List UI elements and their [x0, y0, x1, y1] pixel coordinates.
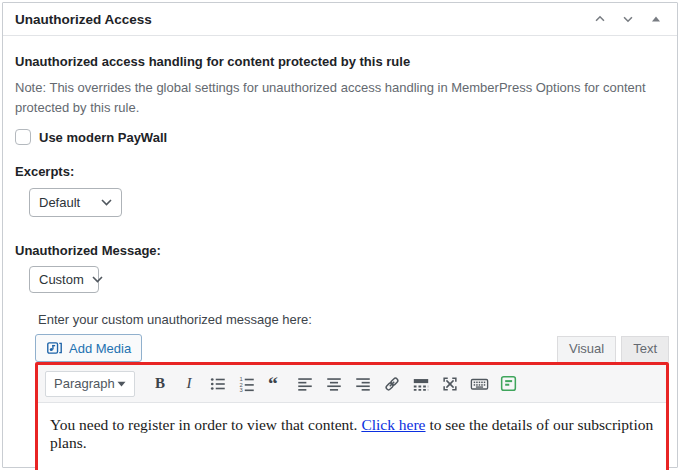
rule-subtitle: Unauthorized access handling for content…	[15, 54, 665, 69]
excerpts-selected-value: Default	[39, 195, 80, 210]
use-modern-paywall-checkbox[interactable]	[15, 129, 31, 145]
move-down-button[interactable]	[619, 10, 637, 28]
paragraph-format-select[interactable]: Paragraph	[45, 371, 135, 397]
media-icon	[46, 340, 63, 356]
unauthorized-message-label: Unauthorized Message:	[15, 243, 665, 258]
excerpts-select[interactable]: Default	[29, 188, 122, 217]
bulleted-list-button[interactable]	[205, 371, 231, 397]
add-media-button[interactable]: Add Media	[35, 334, 142, 362]
align-right-icon	[354, 375, 372, 393]
unauthorized-message-select[interactable]: Custom	[29, 266, 99, 293]
bold-button[interactable]: B	[147, 371, 173, 397]
blockquote-button[interactable]: “	[263, 371, 289, 397]
add-media-label: Add Media	[69, 341, 131, 356]
paywall-label: Use modern PayWall	[39, 130, 167, 145]
numbered-list-icon: 1 2 3	[238, 375, 256, 393]
italic-button[interactable]: I	[176, 371, 202, 397]
formidable-forms-button[interactable]	[495, 371, 521, 397]
select-chevron-icon	[92, 276, 103, 283]
tab-text[interactable]: Text	[621, 336, 669, 362]
paywall-row: Use modern PayWall	[15, 129, 665, 145]
paragraph-format-value: Paragraph	[54, 376, 115, 391]
custom-message-editor: Enter your custom unauthorized message h…	[35, 312, 669, 470]
move-up-button[interactable]	[591, 10, 609, 28]
align-right-button[interactable]	[350, 371, 376, 397]
read-more-tag-icon	[412, 375, 430, 393]
editor-mode-tabs: Visual Text	[557, 336, 669, 362]
read-more-tag-button[interactable]	[408, 371, 434, 397]
insert-link-button[interactable]	[379, 371, 405, 397]
panel-title: Unauthorized Access	[15, 12, 152, 27]
editor-toolbar: Paragraph B I	[38, 365, 666, 403]
align-center-icon	[325, 375, 343, 393]
editor-content-area[interactable]: You need to register in order to view th…	[38, 403, 666, 470]
fullscreen-button[interactable]	[437, 371, 463, 397]
override-note: Note: This overrides the global settings…	[15, 78, 665, 118]
unauthorized-access-metabox: Unauthorized Access Unauthorized access …	[2, 2, 678, 468]
toggle-panel-button[interactable]	[647, 10, 665, 28]
svg-text:3: 3	[239, 387, 242, 393]
select-chevron-icon	[101, 199, 112, 206]
click-here-link[interactable]: Click here	[361, 416, 425, 433]
keyboard-shortcuts-button[interactable]	[466, 371, 492, 397]
tab-visual[interactable]: Visual	[557, 336, 616, 362]
blockquote-icon: “	[267, 375, 285, 393]
align-left-icon	[296, 375, 314, 393]
numbered-list-button[interactable]: 1 2 3	[234, 371, 260, 397]
excerpts-label: Excerpts:	[15, 164, 665, 179]
bulleted-list-icon	[209, 375, 227, 393]
dropdown-arrow-icon	[117, 381, 126, 387]
message-selected-value: Custom	[39, 272, 84, 287]
highlighted-editor-area: Paragraph B I	[35, 362, 669, 470]
align-left-button[interactable]	[292, 371, 318, 397]
fullscreen-icon	[441, 375, 459, 393]
chevron-up-icon	[593, 12, 607, 26]
svg-text:“: “	[268, 375, 278, 393]
triangle-up-icon	[651, 14, 661, 24]
chevron-down-icon	[621, 12, 635, 26]
keyboard-icon	[470, 375, 489, 393]
custom-message-instruction: Enter your custom unauthorized message h…	[38, 312, 669, 327]
align-center-button[interactable]	[321, 371, 347, 397]
message-text-before: You need to register in order to view th…	[50, 416, 361, 433]
metabox-header: Unauthorized Access	[3, 3, 677, 36]
metabox-body: Unauthorized access handling for content…	[3, 36, 677, 470]
editor-media-row: Add Media Visual Text	[35, 334, 669, 362]
link-icon	[383, 375, 401, 393]
formidable-forms-icon	[499, 374, 518, 393]
